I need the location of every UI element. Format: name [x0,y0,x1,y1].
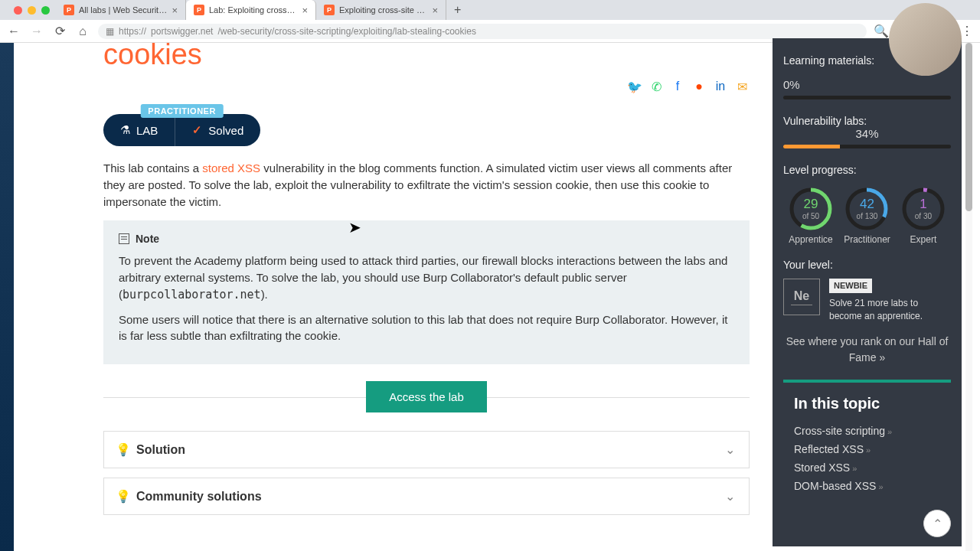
level-info: NEWBIE Solve 21 more labs to become an a… [829,279,951,323]
community-accordion[interactable]: 💡 Community solutions ⌄ [103,478,750,515]
learning-progress [783,96,951,99]
topic-text: Stored XSS [794,461,850,474]
tab-bar: P All labs | Web Security Acade × P Lab:… [0,0,980,20]
vuln-progress [783,145,951,148]
check-icon: ✓ [192,123,202,137]
topic-link-0[interactable]: Cross-site scripting» [794,422,940,440]
lock-icon: ▦ [106,26,114,37]
window-controls [8,6,56,15]
topic-link-3[interactable]: DOM-based XSS» [794,477,940,495]
level-code: Ne [794,289,809,303]
bulb-icon: 💡 [118,491,129,502]
browser-tab-0[interactable]: P All labs | Web Security Acade × [56,0,186,20]
tab-close-icon[interactable]: × [302,5,308,16]
nav-forward[interactable]: → [29,24,44,39]
new-tab-button[interactable]: + [446,3,469,17]
note-code: burpcollaborator.net [122,288,261,302]
learning-label: Learning materials: [783,54,874,67]
dial-of: of 130 [857,212,878,220]
share-row: 🐦 ✆ f ● in ✉ [103,79,750,94]
linkedin-icon[interactable]: in [713,79,728,94]
flask-icon: ⚗ [120,123,130,137]
url-path: /web-security/cross-site-scripting/explo… [217,26,475,37]
url-protocol: https:// [119,26,146,37]
tab-title: Lab: Exploiting cross-site scri [209,5,297,15]
access-row: Access the lab [103,381,750,412]
tab-title: Exploiting cross-site scripting [339,5,427,15]
bulb-icon: 💡 [118,445,129,455]
page-title: cookies [103,38,750,71]
note-p1-post: ). [261,288,268,301]
lab-label: LAB [136,124,158,137]
dial-num: 42 [857,197,878,212]
difficulty-badge: PRACTITIONER [140,104,224,118]
vuln-pct: 34% [783,127,951,140]
scrollbar-thumb[interactable] [965,43,972,211]
email-icon[interactable]: ✉ [734,79,750,94]
tab-close-icon[interactable]: × [172,5,178,16]
dial-num: 29 [802,197,819,212]
dial-label: Expert [901,234,946,245]
note-box: Note To prevent the Academy platform bei… [103,220,750,364]
nav-back[interactable]: ← [6,24,21,39]
facebook-icon[interactable]: f [670,79,685,94]
nav-reload[interactable]: ⟳ [52,24,67,39]
note-paragraph-2: Some users will notice that there is an … [119,311,734,345]
tab-close-icon[interactable]: × [432,5,438,16]
desc-pre: This lab contains a [103,161,202,174]
solved-label: Solved [208,124,243,137]
learning-pct: 0% [783,78,951,91]
vuln-label: Vulnerability labs: [783,115,951,127]
url-domain: portswigger.net [151,26,213,37]
note-icon [119,233,129,244]
topic-link-2[interactable]: Stored XSS» [794,458,940,477]
tab-title: All labs | Web Security Acade [79,5,167,15]
level-desc: Solve 21 more labs to become an apprenti… [829,297,951,323]
accordion-label: Community solutions [136,490,262,504]
whatsapp-icon[interactable]: ✆ [648,79,664,94]
tab-favicon: P [64,5,74,15]
dial-of: of 30 [915,212,932,220]
level-element-box: Ne [783,279,820,315]
topic-text: Cross-site scripting [794,425,885,437]
dial-practitioner: 42of 130 Practitioner [844,187,890,245]
browser-chrome: P All labs | Web Security Acade × P Lab:… [0,0,980,38]
double-chevron-icon: » [887,427,892,436]
stored-xss-link[interactable]: stored XSS [202,161,260,174]
twitter-icon[interactable]: 🐦 [627,79,642,94]
scrollbar[interactable] [965,43,972,551]
note-paragraph-1: To prevent the Academy platform being us… [119,253,734,303]
double-chevron-icon: » [878,482,883,491]
double-chevron-icon: » [866,445,871,455]
window-maximize[interactable] [41,6,50,15]
note-title-row: Note [119,233,734,245]
chevron-down-icon: ⌄ [725,442,735,457]
dial-label: Practitioner [844,234,890,245]
topic-link-1[interactable]: Reflected XSS» [794,440,940,458]
menu-icon[interactable]: ⋮ [960,24,974,38]
chevron-down-icon: ⌄ [725,489,735,504]
access-lab-button[interactable]: Access the lab [366,381,487,412]
topic-title: In this topic [794,395,940,412]
url-bar[interactable]: ▦ https://portswigger.net/web-security/c… [98,24,867,39]
your-level-label: Your level: [783,259,951,271]
hall-of-fame-link[interactable]: See where you rank on our Hall of Fame » [783,334,951,366]
zoom-icon[interactable]: 🔍 [874,24,888,38]
topic-text: Reflected XSS [794,443,864,455]
browser-tab-2[interactable]: P Exploiting cross-site scripting × [316,0,446,20]
scroll-to-top[interactable]: ⌃ [923,510,951,537]
dial-label: Apprentice [789,234,833,245]
newbie-badge: NEWBIE [829,279,872,293]
note-title: Note [136,233,159,245]
topic-text: DOM-based XSS [794,480,876,492]
solution-accordion[interactable]: 💡 Solution ⌄ [103,431,750,468]
double-chevron-icon: » [852,464,857,473]
lab-tab: ⚗ LAB [103,114,175,146]
reddit-icon[interactable]: ● [691,79,707,94]
nav-home[interactable]: ⌂ [75,24,90,39]
window-minimize[interactable] [28,6,36,15]
browser-tab-1[interactable]: P Lab: Exploiting cross-site scri × [186,0,316,20]
dial-num: 1 [915,197,932,212]
window-close[interactable] [14,6,22,15]
main-content: cookies 🐦 ✆ f ● in ✉ PRACTITIONER ⚗ LAB … [0,38,773,546]
